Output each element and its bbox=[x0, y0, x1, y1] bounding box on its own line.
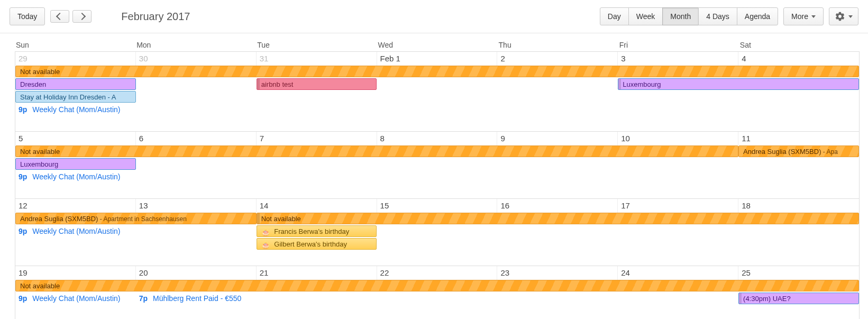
view-4days-button[interactable]: 4 Days bbox=[698, 7, 737, 25]
event-label: (4:30pm) UAE? bbox=[743, 295, 791, 303]
event-luxembourg[interactable]: Luxembourg bbox=[15, 158, 136, 170]
date-cell[interactable]: 11 bbox=[738, 132, 859, 145]
event-label: Weekly Chat (Mom/Austin) bbox=[32, 227, 120, 235]
date-cell[interactable]: 7 bbox=[257, 132, 377, 145]
dow-label: Wed bbox=[377, 38, 497, 51]
event-uae[interactable]: (4:30pm) UAE? bbox=[738, 293, 859, 304]
today-button[interactable]: Today bbox=[10, 7, 45, 25]
dow-label: Thu bbox=[498, 38, 618, 51]
prev-month-button[interactable] bbox=[50, 10, 69, 23]
date-cell[interactable]: 25 bbox=[738, 266, 859, 280]
cake-icon: 🎂 bbox=[261, 240, 270, 250]
event-francis-birthday[interactable]: 🎂 Francis Berwa's birthday bbox=[257, 225, 377, 237]
event-label: Andrea Suglia (SXM5BD) bbox=[743, 148, 821, 156]
view-week-button[interactable]: Week bbox=[628, 7, 663, 25]
date-cell[interactable]: 2 bbox=[497, 52, 618, 66]
date-cell[interactable]: 9 bbox=[497, 132, 618, 145]
event-airbnb-test[interactable]: airbnb test bbox=[257, 78, 377, 90]
date-cell[interactable]: 6 bbox=[136, 132, 257, 145]
event-sublabel: - Apartment in Sachsenhausen bbox=[98, 215, 186, 223]
date-cell[interactable]: 30 bbox=[136, 52, 257, 66]
dow-label: Mon bbox=[135, 38, 256, 51]
view-month-button[interactable]: Month bbox=[662, 7, 699, 25]
view-agenda-button[interactable]: Agenda bbox=[737, 7, 778, 25]
event-time: 9p bbox=[19, 105, 27, 114]
date-cell[interactable]: 19 bbox=[15, 266, 136, 280]
event-label: Francis Berwa's birthday bbox=[274, 227, 349, 235]
drag-handle-icon[interactable] bbox=[257, 213, 260, 224]
view-switcher: Day Week Month 4 Days Agenda bbox=[600, 7, 778, 25]
event-sublabel: - Apa bbox=[821, 148, 837, 156]
caret-down-icon bbox=[848, 15, 853, 18]
event-time: 7p bbox=[139, 294, 148, 303]
date-cell[interactable]: 17 bbox=[618, 199, 738, 213]
date-cell[interactable]: 20 bbox=[136, 266, 257, 280]
event-label: Weekly Chat (Mom/Austin) bbox=[32, 294, 120, 303]
event-weekly-chat[interactable]: 9p Weekly Chat (Mom/Austin) bbox=[15, 293, 136, 304]
settings-button[interactable] bbox=[829, 7, 858, 25]
event-weekly-chat[interactable]: 9p Weekly Chat (Mom/Austin) bbox=[15, 225, 136, 237]
event-not-available[interactable]: Not available bbox=[15, 145, 738, 157]
event-dresden[interactable]: Dresden bbox=[15, 78, 136, 90]
event-weekly-chat[interactable]: 9p Weekly Chat (Mom/Austin) bbox=[15, 171, 136, 183]
event-label: Mühlberg Rent Paid - €550 bbox=[153, 294, 241, 303]
event-gilbert-birthday[interactable]: 🎂 Gilbert Berwa's birthday bbox=[257, 238, 377, 250]
date-cell[interactable]: 8 bbox=[377, 132, 498, 145]
date-cell[interactable]: 4 bbox=[738, 52, 859, 66]
gear-icon bbox=[835, 11, 845, 22]
date-cell[interactable]: 3 bbox=[618, 52, 738, 66]
more-menu-button[interactable]: More bbox=[783, 7, 824, 25]
calendar-toolbar: Today February 2017 Day Week Month 4 Day… bbox=[0, 0, 868, 33]
current-range-title: February 2017 bbox=[121, 11, 190, 23]
date-cell[interactable]: 21 bbox=[257, 266, 377, 280]
drag-handle-icon[interactable] bbox=[257, 79, 260, 89]
event-not-available[interactable]: Not available bbox=[15, 66, 859, 77]
week-row: 29 30 31 Feb 1 2 3 4 Not available Dresd… bbox=[15, 51, 860, 131]
date-cell[interactable]: 10 bbox=[618, 132, 738, 145]
event-label: Andrea Suglia (SXM5BD) bbox=[20, 215, 98, 223]
event-time: 9p bbox=[19, 294, 27, 303]
view-day-button[interactable]: Day bbox=[600, 7, 629, 25]
event-andrea-suglia[interactable]: Andrea Suglia (SXM5BD) - Apartment in Sa… bbox=[15, 213, 257, 224]
event-time: 9p bbox=[19, 172, 27, 181]
event-label: Weekly Chat (Mom/Austin) bbox=[32, 105, 120, 114]
event-not-available[interactable]: Not available bbox=[15, 280, 859, 291]
date-cell[interactable]: 23 bbox=[497, 266, 618, 280]
event-holiday-inn[interactable]: Stay at Holiday Inn Dresden - A bbox=[15, 91, 136, 103]
event-andrea-suglia[interactable]: Andrea Suglia (SXM5BD) - Apa bbox=[738, 145, 859, 157]
chevron-left-icon bbox=[56, 13, 63, 20]
event-not-available[interactable]: Not available bbox=[257, 213, 859, 224]
date-cell[interactable]: 15 bbox=[377, 199, 498, 213]
date-cell[interactable]: 14 bbox=[257, 199, 377, 213]
date-cell[interactable]: 29 bbox=[15, 52, 136, 66]
event-label: Weekly Chat (Mom/Austin) bbox=[32, 172, 120, 181]
event-label: Not available bbox=[261, 215, 301, 223]
date-cell[interactable]: 22 bbox=[377, 266, 498, 280]
more-label: More bbox=[791, 12, 808, 21]
caret-down-icon bbox=[811, 15, 816, 18]
date-cell[interactable]: 18 bbox=[738, 199, 859, 213]
dow-label: Sat bbox=[739, 38, 860, 51]
event-luxembourg[interactable]: Luxembourg bbox=[618, 78, 859, 90]
drag-handle-icon[interactable] bbox=[738, 293, 742, 304]
date-cell[interactable]: 16 bbox=[497, 199, 618, 213]
nav-arrows bbox=[50, 10, 92, 23]
date-cell[interactable]: 12 bbox=[15, 199, 136, 213]
date-cell[interactable]: Feb 1 bbox=[377, 52, 498, 66]
cake-icon: 🎂 bbox=[261, 227, 270, 237]
week-row: 19 20 21 22 23 24 25 Not available 9p We… bbox=[15, 266, 860, 319]
dow-label: Fri bbox=[618, 38, 739, 51]
event-weekly-chat[interactable]: 9p Weekly Chat (Mom/Austin) bbox=[15, 104, 136, 115]
week-row: 12 13 14 15 16 17 18 Andrea Suglia (SXM5… bbox=[15, 198, 860, 266]
date-cell[interactable]: 13 bbox=[136, 199, 257, 213]
event-label: Gilbert Berwa's birthday bbox=[274, 240, 347, 248]
event-label: Luxembourg bbox=[623, 80, 661, 88]
next-month-button[interactable] bbox=[72, 10, 92, 23]
drag-handle-icon[interactable] bbox=[618, 79, 621, 89]
event-muhlberg-rent[interactable]: 7p Mühlberg Rent Paid - €550 bbox=[136, 293, 257, 304]
month-grid: 29 30 31 Feb 1 2 3 4 Not available Dresd… bbox=[8, 51, 860, 319]
event-time: 9p bbox=[19, 227, 27, 235]
date-cell[interactable]: 31 bbox=[257, 52, 377, 66]
date-cell[interactable]: 24 bbox=[618, 266, 738, 280]
date-cell[interactable]: 5 bbox=[15, 132, 136, 145]
